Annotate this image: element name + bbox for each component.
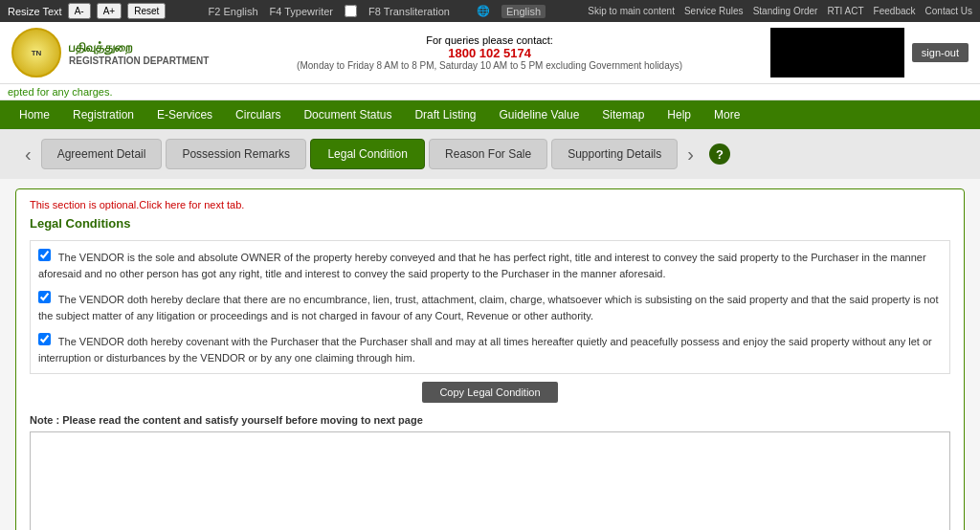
brand-tamil: பதிவுத்துறை [69,40,209,55]
legal-para-3: The VENDOR doth hereby covenant with the… [38,333,942,365]
logo-emblem: TN [11,28,61,77]
legal-checkbox-3[interactable] [38,333,51,345]
header-contact: For queries please contact: 1800 102 517… [297,34,682,71]
nav-sitemap[interactable]: Sitemap [590,100,656,129]
legal-para-2: The VENDOR doth hereby declare that ther… [38,291,942,323]
nav-document-status[interactable]: Document Status [292,100,403,129]
resize-text-label: Resize Text [8,6,62,17]
font-decrease-btn[interactable]: A- [68,3,91,19]
nav-e-services[interactable]: E-Services [145,100,224,129]
header: TN பதிவுத்துறை REGISTRATION DEPARTMENT F… [0,22,980,84]
nav-circulars[interactable]: Circulars [224,100,292,129]
skip-link[interactable]: Skip to main content [588,6,675,16]
main-nav: Home Registration E-Services Circulars D… [0,100,980,129]
main-content: This section is optional.Click here for … [0,179,980,530]
standing-order-link[interactable]: Standing Order [753,6,818,16]
ticker-text: epted for any charges. [8,86,112,98]
ticker: epted for any charges. [0,84,980,100]
tab-possession-remarks[interactable]: Possession Remarks [166,139,306,169]
legal-condition-section: This section is optional.Click here for … [15,188,965,530]
optional-note[interactable]: This section is optional.Click here for … [30,199,950,210]
sign-out-button[interactable]: sign-out [912,43,969,62]
f2-label[interactable]: F2 English [209,6,258,17]
header-logo: TN பதிவுத்துறை REGISTRATION DEPARTMENT [11,28,209,77]
contact-us-link[interactable]: Contact Us [925,6,972,16]
nav-guideline-value[interactable]: Guideline Value [487,100,590,129]
brand-english: REGISTRATION DEPARTMENT [69,55,209,66]
reset-btn[interactable]: Reset [127,3,166,19]
nav-more[interactable]: More [702,100,751,129]
top-bar-left: Resize Text A- A+ Reset [8,3,166,19]
rti-act-link[interactable]: RTI ACT [827,6,863,16]
legal-para-2-text: The VENDOR doth hereby declare that ther… [38,294,938,321]
working-hours: (Monday to Friday 8 AM to 8 PM, Saturday… [297,60,682,71]
legal-para-1-text: The VENDOR is the sole and absolute OWNE… [38,252,926,279]
tab-bar: ‹ Agreement Detail Possession Remarks Le… [0,129,980,179]
top-bar-center: F2 English F4 Typewriter F8 Transliterat… [209,5,546,18]
tab-reason-for-sale[interactable]: Reason For Sale [429,139,547,169]
note-section: Note : Please read the content and satis… [30,414,950,530]
legal-checkbox-2[interactable] [38,291,51,303]
top-bar: Resize Text A- A+ Reset F2 English F4 Ty… [0,0,980,22]
copy-legal-condition-button[interactable]: Copy Legal Condition [422,382,557,403]
nav-registration[interactable]: Registration [61,100,145,129]
tab-supporting-details[interactable]: Supporting Details [551,139,678,169]
prev-tab-arrow[interactable]: ‹ [19,144,37,166]
note-label: Note : Please read the content and satis… [30,414,950,426]
font-increase-btn[interactable]: A+ [97,3,122,19]
legal-para-3-text: The VENDOR doth hereby covenant with the… [38,336,932,364]
tab-legal-condition[interactable]: Legal Condition [310,139,425,169]
f4-label[interactable]: F4 Typewriter [270,6,333,17]
note-text: Note : Please read the content and satis… [30,414,423,426]
f4-checkbox[interactable] [345,5,357,17]
feedback-link[interactable]: Feedback [874,6,916,16]
nav-home[interactable]: Home [8,100,61,129]
service-rules-link[interactable]: Service Rules [684,6,744,16]
header-image-box [770,28,904,77]
phone-number: 1800 102 5174 [297,46,682,60]
header-right: sign-out [770,28,969,77]
note-textarea[interactable] [30,431,950,530]
top-bar-right: Skip to main content Service Rules Stand… [588,6,972,16]
section-title: Legal Conditions [30,216,950,231]
legal-para-1: The VENDOR is the sole and absolute OWNE… [38,249,942,281]
legal-checkbox-1[interactable] [38,249,51,261]
tab-agreement-detail[interactable]: Agreement Detail [41,139,163,169]
next-tab-arrow[interactable]: › [681,144,700,166]
nav-draft-listing[interactable]: Draft Listing [403,100,487,129]
copy-btn-row: Copy Legal Condition [30,382,950,403]
brand: பதிவுத்துறை REGISTRATION DEPARTMENT [69,40,209,66]
language-selector[interactable]: English [501,5,546,18]
nav-help[interactable]: Help [656,100,702,129]
legal-text-scroll-box[interactable]: The VENDOR is the sole and absolute OWNE… [30,240,950,374]
contact-label: For queries please contact: [297,34,682,46]
f8-label[interactable]: F8 Transliteration [368,6,450,17]
help-button[interactable]: ? [709,144,730,165]
